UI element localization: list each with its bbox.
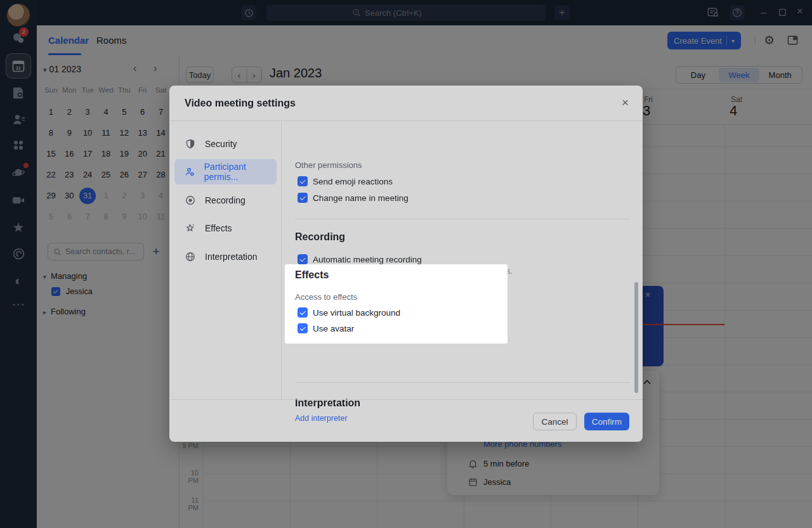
modal-scrollbar[interactable] [634,282,638,393]
nav-recording-label: Recording [205,195,246,205]
access-to-effects-label: Access to effects [295,292,357,302]
effects-row[interactable]: Use virtual background [298,307,400,318]
use-avatar-label: Use avatar [313,324,354,333]
virtual-background-checkbox[interactable] [298,307,308,318]
section-divider [295,382,630,383]
permission-row[interactable]: Send emoji reactions [298,176,393,186]
nav-participant-permissions-label: Participant permis... [204,162,277,182]
modal-nav: Security Participant permis... Recording [169,121,282,399]
nav-item-effects[interactable]: Effects [174,216,277,241]
modal-header: Video meeting settings × [169,86,643,121]
video-meeting-settings-modal: Video meeting settings × Security Partic… [169,86,643,442]
virtual-background-label: Use virtual background [313,308,400,318]
nav-item-interpretation[interactable]: Interpretation [174,244,277,269]
modal-title: Video meeting settings [185,86,296,121]
modal-content: Other permissions Send emoji reactions C… [295,121,631,399]
modal-close-button[interactable]: × [622,96,629,109]
close-icon: × [622,96,629,109]
effects-spotlight-section: Effects Access to effects Use virtual ba… [285,264,508,344]
send-emoji-label: Send emoji reactions [313,177,393,186]
auto-recording-label: Automatic meeting recording [313,255,422,264]
change-name-label: Change name in meeting [313,193,409,203]
other-permissions-label: Other permissions [295,160,362,170]
permission-row[interactable]: Change name in meeting [298,193,409,203]
section-divider [295,219,630,219]
nav-interpretation-label: Interpretation [205,252,258,262]
nav-item-recording[interactable]: Recording [174,188,277,213]
cancel-button[interactable]: Cancel [533,413,577,430]
auto-recording-checkbox[interactable] [298,254,308,264]
shield-icon [185,139,195,149]
modal-footer: Cancel Confirm [169,399,643,442]
change-name-checkbox[interactable] [298,193,308,203]
confirm-label: Confirm [592,417,622,427]
effects-row[interactable]: Use avatar [298,323,354,333]
recording-row[interactable]: Automatic meeting recording [298,254,422,264]
nav-effects-label: Effects [205,223,232,233]
app-window: + – × 2 [0,0,812,528]
nav-item-participant-permissions[interactable]: Participant permis... [174,159,277,184]
magic-star-icon [185,223,195,233]
nav-item-security[interactable]: Security [174,131,277,157]
confirm-button[interactable]: Confirm [584,413,629,430]
effects-section-title: Effects [295,269,329,281]
record-icon [185,195,195,205]
recording-section-title: Recording [295,231,345,243]
person-gear-icon [185,167,195,177]
nav-security-label: Security [205,139,237,149]
use-avatar-checkbox[interactable] [298,323,308,333]
send-emoji-checkbox[interactable] [298,176,308,186]
globe-icon [185,252,195,262]
cancel-label: Cancel [541,417,568,427]
